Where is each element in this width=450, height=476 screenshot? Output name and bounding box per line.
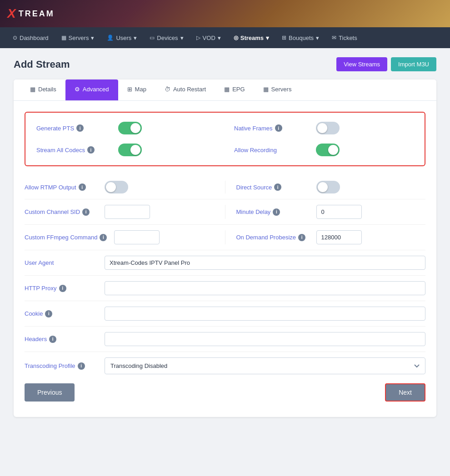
next-button[interactable]: Next [385,383,425,402]
tab-advanced[interactable]: ⚙ Advanced [65,79,118,100]
view-streams-button[interactable]: View Streams [336,57,387,71]
previous-button[interactable]: Previous [25,383,75,402]
import-m3u-button[interactable]: Import M3U [391,57,436,71]
nav-bouquets[interactable]: ⊞ Bouquets ▾ [276,32,325,44]
http-proxy-label: HTTP Proxy i [25,285,97,292]
on-demand-probesize-input[interactable] [316,230,362,244]
direct-source-thumb [318,182,328,192]
allow-rtmp-output-info[interactable]: i [79,183,86,191]
direct-source-toggle[interactable] [316,181,340,193]
nav-bar: ⊙ Dashboard ▦ Servers ▾ 👤 Users ▾ ▭ Devi… [0,27,450,48]
form-content: Generate PTS i Native Frames i [14,101,436,417]
transcoding-profile-select[interactable]: Transcoding Disabled Profile 1 Profile 2 [105,357,425,374]
minute-delay-info[interactable]: i [273,208,280,216]
cookie-text: Cookie [25,310,43,317]
native-frames-label: Native Frames i [234,124,307,132]
minute-delay-text: Minute Delay [236,208,271,215]
tab-auto-restart-label: Auto Restart [173,86,206,93]
custom-channel-sid-group: Custom Channel SID i [25,205,225,219]
native-frames-info[interactable]: i [275,124,282,132]
headers-input[interactable] [105,332,425,346]
user-agent-input[interactable]: Xtream-Codes IPTV Panel Pro [105,256,425,270]
direct-source-text: Direct Source [236,184,272,191]
cookie-info[interactable]: i [45,310,52,317]
logo-x: X [7,6,16,21]
users-icon: 👤 [107,35,114,41]
nav-streams[interactable]: ◎ Streams ▾ [228,32,275,44]
generate-pts-toggle[interactable] [118,122,142,134]
minute-delay-input[interactable] [316,205,362,219]
row-transcoding-profile: Transcoding Profile i Transcoding Disabl… [25,352,425,374]
allow-recording-group: Allow Recording [216,144,414,156]
servers-chevron: ▾ [91,35,94,41]
servers-icon: ▦ [61,35,66,41]
stream-all-codecs-info[interactable]: i [87,146,95,154]
custom-channel-sid-info[interactable]: i [82,208,90,216]
custom-channel-sid-input[interactable] [105,205,150,219]
advanced-tab-icon: ⚙ [75,86,80,93]
auto-restart-tab-icon: ⏱ [165,86,170,93]
dashboard-icon: ⊙ [13,35,17,41]
nav-tickets[interactable]: ✉ Tickets [326,32,363,44]
tab-epg[interactable]: ▦ EPG [215,79,254,100]
map-tab-icon: ⊞ [127,86,132,93]
form-row-pts-native: Generate PTS i Native Frames i [36,122,414,134]
stream-all-codecs-track [118,144,142,156]
tabs-bar: ▦ Details ⚙ Advanced ⊞ Map ⏱ Auto Restar… [14,79,436,101]
tab-auto-restart[interactable]: ⏱ Auto Restart [155,79,215,100]
epg-tab-icon: ▦ [224,86,230,93]
row-user-agent: User Agent Xtream-Codes IPTV Panel Pro [25,250,425,276]
custom-ffmpeg-input[interactable] [114,230,160,244]
details-tab-icon: ▦ [30,86,35,93]
stream-all-codecs-label: Stream All Codecs i [36,146,109,154]
logo: X TREAM [7,6,55,21]
generate-pts-info[interactable]: i [76,124,84,132]
headers-text: Headers [25,336,47,342]
http-proxy-info[interactable]: i [59,285,66,292]
nav-vod-label: VOD [203,35,215,41]
allow-rtmp-output-label: Allow RTMP Output i [25,183,97,191]
nav-servers-label: Servers [69,35,89,41]
tab-map[interactable]: ⊞ Map [118,79,155,100]
tab-servers[interactable]: ▦ Servers [254,79,301,100]
custom-ffmpeg-text: Custom FFmpeg Command [25,234,97,241]
http-proxy-input[interactable] [105,281,425,295]
tab-details[interactable]: ▦ Details [21,79,65,100]
headers-label: Headers i [25,336,97,343]
devices-icon: ▭ [150,35,155,41]
custom-channel-sid-text: Custom Channel SID [25,208,80,215]
direct-source-group: Direct Source i [225,181,426,193]
http-proxy-text: HTTP Proxy [25,285,57,292]
allow-rtmp-output-toggle[interactable] [105,181,128,193]
nav-devices[interactable]: ▭ Devices ▾ [144,32,189,44]
allow-recording-toggle[interactable] [316,144,340,156]
allow-recording-text: Allow Recording [234,147,277,154]
on-demand-probesize-info[interactable]: i [298,234,305,241]
stream-all-codecs-toggle[interactable] [118,144,142,156]
nav-devices-label: Devices [157,35,178,41]
headers-info[interactable]: i [49,336,56,343]
transcoding-profile-info[interactable]: i [78,362,85,370]
nav-vod[interactable]: ▷ VOD ▾ [191,32,226,44]
native-frames-toggle[interactable] [316,122,340,134]
nav-dashboard[interactable]: ⊙ Dashboard [7,32,54,44]
row-cookie: Cookie i [25,301,425,327]
streams-icon: ◎ [234,35,238,41]
custom-ffmpeg-info[interactable]: i [100,234,107,241]
custom-ffmpeg-label: Custom FFmpeg Command i [25,234,107,241]
vod-chevron: ▾ [218,35,221,41]
nav-users[interactable]: 👤 Users ▾ [101,32,142,44]
allow-recording-label: Allow Recording [234,147,307,154]
cookie-input[interactable] [105,307,425,321]
rtmp-output-group: Allow RTMP Output i [25,181,225,193]
nav-servers[interactable]: ▦ Servers ▾ [56,32,100,44]
direct-source-label: Direct Source i [236,183,309,191]
direct-source-info[interactable]: i [274,183,281,191]
generate-pts-text: Generate PTS [36,125,74,132]
servers-tab-icon: ▦ [263,86,269,93]
minute-delay-group: Minute Delay i [225,205,426,219]
vod-icon: ▷ [196,35,200,41]
row-channel-sid-delay: Custom Channel SID i Minute Delay i [25,199,425,225]
row-rtmp-direct: Allow RTMP Output i Direct Source i [25,175,425,199]
on-demand-probesize-text: On Demand Probesize [236,234,296,241]
